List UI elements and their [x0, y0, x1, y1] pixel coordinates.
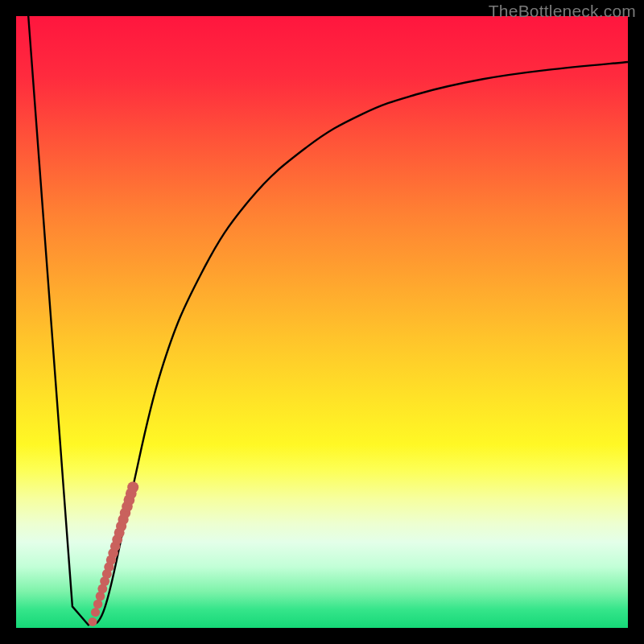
watermark-text: TheBottleneck.com [489, 2, 636, 21]
highlight-dot [93, 600, 102, 609]
chart-frame: TheBottleneck.com [0, 0, 644, 644]
plot-area [16, 16, 628, 628]
highlight-dot [89, 617, 97, 626]
highlight-dot [91, 608, 100, 617]
chart-svg [16, 16, 628, 628]
highlight-dot [127, 481, 138, 493]
highlight-dot-group [89, 481, 139, 626]
